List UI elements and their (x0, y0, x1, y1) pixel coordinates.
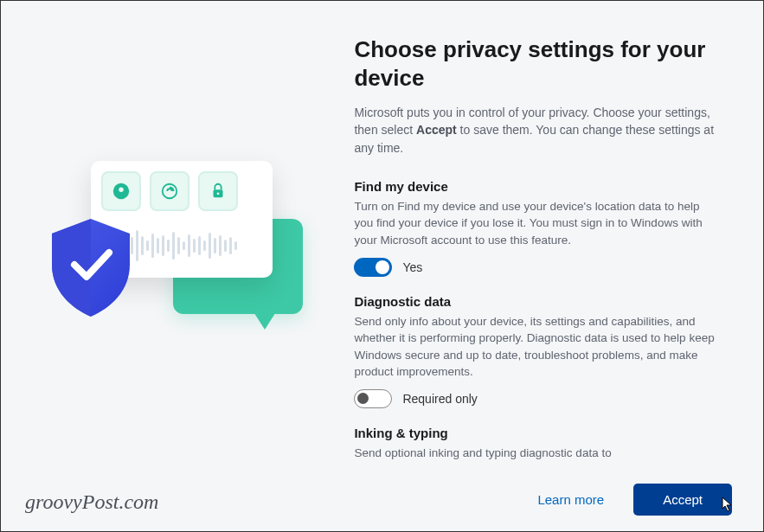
privacy-illustration (43, 137, 320, 362)
setting-title: Diagnostic data (354, 294, 720, 309)
lock-icon (198, 171, 238, 211)
watermark: groovyPost.com (25, 490, 158, 514)
shield-check-icon (43, 215, 138, 318)
footer-actions: Learn more Accept (537, 484, 732, 516)
accept-button[interactable]: Accept (633, 484, 732, 516)
setting-title: Inking & typing (354, 426, 720, 440)
page-subtitle: Microsoft puts you in control of your pr… (354, 104, 720, 157)
svg-point-2 (163, 183, 177, 198)
settings-panel: Choose privacy settings for your device … (345, 27, 746, 471)
page-title: Choose privacy settings for your device (354, 35, 720, 92)
setting-diagnostic-data: Diagnostic data Send only info about you… (354, 294, 720, 408)
cursor-icon (722, 497, 734, 512)
setting-inking-typing: Inking & typing Send optional inking and… (354, 426, 720, 462)
illustration-panel (18, 27, 345, 471)
svg-point-1 (119, 187, 124, 192)
location-pin-icon (101, 171, 141, 211)
learn-more-link[interactable]: Learn more (537, 492, 604, 507)
diagnostic-toggle[interactable] (354, 389, 392, 408)
svg-point-4 (217, 192, 220, 195)
toggle-label: Required only (402, 392, 477, 406)
setting-find-my-device: Find my device Turn on Find my device an… (354, 179, 720, 277)
setting-title: Find my device (354, 179, 720, 194)
setting-description: Send only info about your device, its se… (354, 313, 720, 381)
setting-description: Turn on Find my device and use your devi… (354, 198, 720, 249)
find-device-toggle[interactable] (354, 258, 392, 277)
setting-description: Send optional inking and typing diagnost… (354, 445, 720, 462)
fingerprint-icon (150, 171, 189, 211)
toggle-label: Yes (402, 260, 422, 274)
